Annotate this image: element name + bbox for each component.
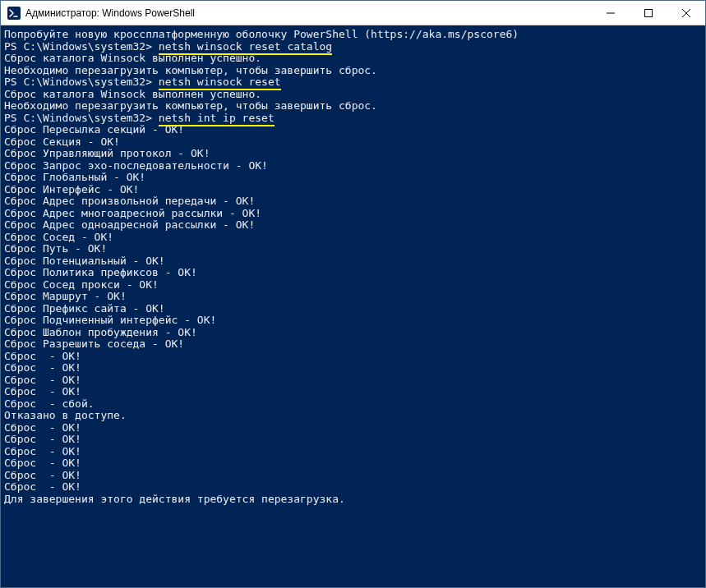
terminal-line: PS C:\Windows\system32> netsh int ip res… [4, 113, 702, 125]
terminal-line: Сброс Адрес одноадресной рассылки - OK! [4, 219, 702, 232]
terminal-line: Сброс Потенциальный - OK! [4, 255, 702, 268]
terminal-line: Сброс Разрешить соседа - OK! [4, 338, 702, 351]
terminal-line: Сброс Адрес произвольной передачи - OK! [4, 195, 702, 208]
terminal-line: Сброс Политика префиксов - OK! [4, 267, 702, 279]
window-title: Администратор: Windows PowerShell [25, 7, 195, 19]
terminal-line: Сброс - OK! [4, 362, 702, 374]
terminal-line: Сброс Секция - OK! [4, 136, 702, 149]
terminal-line: Сброс Подчиненный интерфейс - OK! [4, 315, 702, 327]
terminal-line: PS C:\Windows\system32> netsh winsock re… [4, 76, 702, 89]
terminal-line: Сброс - OK! [4, 481, 702, 494]
terminal-line: Отказано в доступе. [4, 410, 702, 422]
svg-rect-0 [7, 7, 21, 20]
terminal-line: Сброс Запрос эхо-последовательности - OK… [4, 160, 702, 172]
terminal-line: Сброс - OK! [4, 422, 702, 434]
terminal-line: Сброс Интерфейс - OK! [4, 184, 702, 196]
terminal-line: Сброс Сосед прокси - OK! [4, 279, 702, 292]
terminal-body[interactable]: Попробуйте новую кроссплатформенную обол… [1, 25, 705, 587]
terminal-line: Сброс Управляющий протокол - OK! [4, 148, 702, 160]
minimize-button[interactable] [592, 1, 630, 25]
terminal-line: Сброс - OK! [4, 446, 702, 458]
terminal-line: Сброс каталога Winsock выполнен успешно. [4, 53, 702, 65]
terminal-line: Сброс - OK! [4, 457, 702, 470]
terminal-line: Сброс Шаблон пробуждения - OK! [4, 327, 702, 339]
terminal-line: Сброс Путь - OK! [4, 243, 702, 255]
terminal-line: Для завершения этого действия требуется … [4, 494, 702, 506]
titlebar[interactable]: Администратор: Windows PowerShell [1, 1, 705, 25]
terminal-line: Сброс - OK! [4, 374, 702, 387]
close-button[interactable] [667, 1, 705, 25]
terminal-line: Сброс Префикс сайта - OK! [4, 303, 702, 315]
terminal-line: Сброс Маршрут - OK! [4, 291, 702, 303]
terminal-line: Сброс Адрес многоадресной рассылки - OK! [4, 208, 702, 220]
powershell-window: Администратор: Windows PowerShell Попроб… [0, 0, 706, 588]
maximize-button[interactable] [630, 1, 667, 25]
terminal-line: Необходимо перезагрузить компьютер, чтоб… [4, 65, 702, 77]
terminal-line: Сброс - сбой. [4, 398, 702, 411]
powershell-icon [7, 7, 21, 20]
terminal-line: Сброс - OK! [4, 386, 702, 398]
terminal-line: Сброс каталога Winsock выполнен успешно. [4, 89, 702, 101]
svg-rect-3 [645, 9, 653, 16]
terminal-line: Сброс Сосед - OK! [4, 232, 702, 244]
terminal-line: Сброс - OK! [4, 434, 702, 446]
terminal-line: PS C:\Windows\system32> netsh winsock re… [4, 41, 702, 53]
terminal-line: Сброс Глобальный - OK! [4, 172, 702, 184]
terminal-line: Сброс Пересылка секций - OK! [4, 124, 702, 136]
terminal-line: Сброс - OK! [4, 470, 702, 482]
terminal-line: Попробуйте новую кроссплатформенную обол… [4, 29, 702, 41]
terminal-line: Необходимо перезагрузить компьютер, чтоб… [4, 100, 702, 113]
terminal-line: Сброс - OK! [4, 351, 702, 363]
